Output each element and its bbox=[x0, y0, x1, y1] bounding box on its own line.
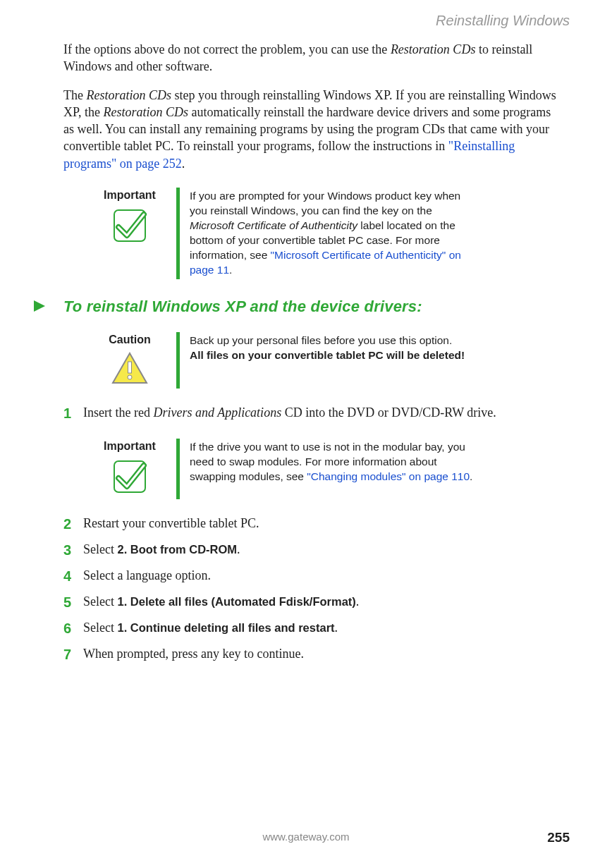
step-6: 6 Select 1. Continue deleting all files … bbox=[63, 619, 557, 638]
running-header: Reinstalling Windows bbox=[436, 13, 570, 29]
important-note-2: Important If the drive you want to use i… bbox=[87, 439, 557, 499]
step-text: Select 1. Continue deleting all files an… bbox=[83, 619, 557, 636]
footer-url: www.gateway.com bbox=[0, 831, 612, 843]
cross-reference-link[interactable]: "Changing modules" on page 110 bbox=[307, 470, 470, 482]
italic-term: Microsoft Certificate of Authenticity bbox=[190, 219, 357, 231]
step-text: Select 1. Delete all files (Automated Fd… bbox=[83, 593, 557, 610]
text: Select bbox=[83, 621, 117, 635]
step-1: 1 Insert the red Drivers and Application… bbox=[63, 404, 557, 423]
note-label: Important bbox=[87, 188, 172, 203]
italic-term: Restoration CDs bbox=[391, 42, 476, 56]
step-text: When prompted, press any key to continue… bbox=[83, 645, 557, 662]
caution-triangle-icon bbox=[111, 352, 148, 384]
task-heading: To reinstall Windows XP and the device d… bbox=[63, 296, 422, 317]
paragraph-2: The Restoration CDs step you through rei… bbox=[63, 87, 557, 172]
caution-note: Caution Back up your personal files befo… bbox=[87, 332, 557, 389]
text: CD into the DVD or DVD/CD-RW drive. bbox=[281, 405, 496, 420]
step-number: 7 bbox=[63, 645, 83, 664]
text: When prompted, press any key to continue… bbox=[83, 647, 304, 661]
text: Insert the red bbox=[83, 405, 153, 420]
arrow-right-icon bbox=[34, 300, 45, 312]
text: . bbox=[229, 264, 232, 276]
note-label: Caution bbox=[87, 332, 172, 348]
note-label-column: Important bbox=[87, 439, 172, 499]
text: . bbox=[237, 542, 240, 556]
step-text: Insert the red Drivers and Applications … bbox=[83, 404, 557, 421]
text: If the options above do not correct the … bbox=[63, 42, 391, 56]
note-divider-bar bbox=[176, 188, 180, 279]
note-divider-bar bbox=[176, 439, 180, 499]
step-number: 2 bbox=[63, 515, 83, 534]
note-label-column: Caution bbox=[87, 332, 172, 389]
step-5: 5 Select 1. Delete all files (Automated … bbox=[63, 593, 557, 612]
text: . bbox=[470, 470, 472, 482]
paragraph-1: If the options above do not correct the … bbox=[63, 41, 557, 75]
step-text: Select a language option. bbox=[83, 567, 557, 584]
step-2: 2 Restart your convertible tablet PC. bbox=[63, 515, 557, 534]
step-number: 5 bbox=[63, 593, 83, 612]
note-label-column: Important bbox=[87, 188, 172, 248]
svg-rect-1 bbox=[128, 362, 132, 373]
text: . bbox=[182, 157, 185, 171]
checkmark-icon bbox=[111, 458, 148, 495]
svg-point-2 bbox=[128, 375, 132, 379]
italic-term: Restoration CDs bbox=[86, 88, 171, 102]
step-text: Select 2. Boot from CD-ROM. bbox=[83, 541, 557, 558]
step-number: 6 bbox=[63, 619, 83, 638]
task-heading-row: To reinstall Windows XP and the device d… bbox=[34, 296, 557, 317]
note-text: If you are prompted for your Windows pro… bbox=[190, 188, 479, 279]
text: . bbox=[335, 621, 338, 635]
text: Back up your personal files before you u… bbox=[190, 334, 452, 346]
step-4: 4 Select a language option. bbox=[63, 567, 557, 586]
menu-option: 1. Delete all files (Automated Fdisk/For… bbox=[117, 595, 355, 608]
page-content: If the options above do not correct the … bbox=[63, 41, 557, 671]
italic-term: Drivers and Applications bbox=[153, 405, 281, 420]
step-number: 4 bbox=[63, 567, 83, 586]
note-text: If the drive you want to use is not in t… bbox=[190, 439, 479, 486]
menu-option: 2. Boot from CD-ROM bbox=[117, 543, 237, 556]
bold-warning: All files on your convertible tablet PC … bbox=[190, 349, 465, 361]
text: If you are prompted for your Windows pro… bbox=[190, 190, 460, 216]
note-divider-bar bbox=[176, 332, 180, 389]
note-text: Back up your personal files before you u… bbox=[190, 332, 465, 365]
important-note-1: Important If you are prompted for your W… bbox=[87, 188, 557, 279]
text: Restart your convertible tablet PC. bbox=[83, 516, 259, 530]
text: Select a language option. bbox=[83, 568, 211, 582]
page-number: 255 bbox=[547, 830, 570, 845]
text: The bbox=[63, 88, 86, 102]
text: Select bbox=[83, 594, 117, 609]
step-text: Restart your convertible tablet PC. bbox=[83, 515, 557, 532]
step-number: 3 bbox=[63, 541, 83, 560]
menu-option: 1. Continue deleting all files and resta… bbox=[117, 621, 334, 634]
text: Select bbox=[83, 542, 117, 556]
step-7: 7 When prompted, press any key to contin… bbox=[63, 645, 557, 664]
step-number: 1 bbox=[63, 404, 83, 423]
italic-term: Restoration CDs bbox=[104, 105, 189, 119]
step-3: 3 Select 2. Boot from CD-ROM. bbox=[63, 541, 557, 560]
text: . bbox=[356, 594, 360, 609]
note-label: Important bbox=[87, 439, 172, 454]
checkmark-icon bbox=[111, 207, 148, 244]
